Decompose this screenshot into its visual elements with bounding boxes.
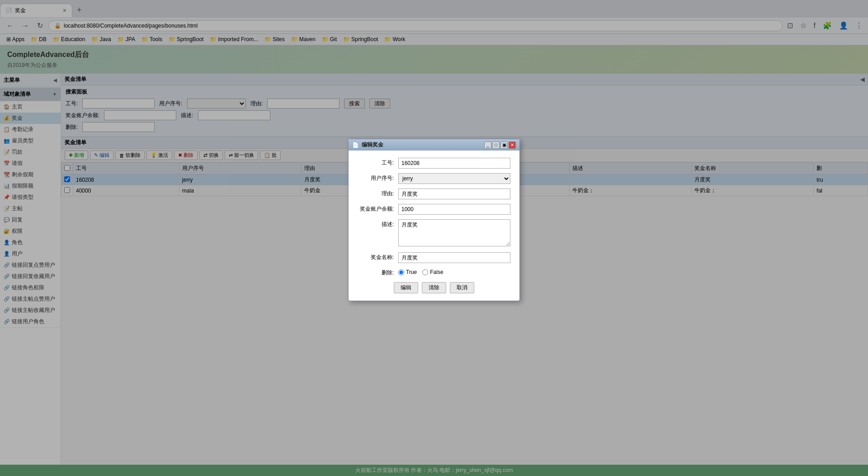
- modal-reason-label: 理由:: [358, 189, 394, 198]
- modal-title: 📄 编辑奖金: [352, 141, 383, 149]
- delete-false-text: False: [430, 269, 443, 275]
- modal-minimize-button[interactable]: _: [484, 141, 491, 149]
- modal-balance-field: [398, 204, 510, 215]
- modal-user-seq-select[interactable]: jerry mala: [398, 173, 510, 184]
- modal-gong-hao-label: 工号:: [358, 158, 394, 167]
- form-row-reason: 理由:: [358, 189, 510, 199]
- modal-title-text: 编辑奖金: [362, 141, 383, 149]
- edit-bonus-modal: 📄 编辑奖金 _ □ ▣ ✕ 工号: 用户序号: jerry: [348, 139, 520, 301]
- delete-false-radio[interactable]: [422, 269, 428, 275]
- modal-name-field: [398, 252, 510, 263]
- modal-overlay[interactable]: 📄 编辑奖金 _ □ ▣ ✕ 工号: 用户序号: jerry: [0, 0, 868, 476]
- modal-actions: 编辑 清除 取消: [358, 282, 510, 293]
- modal-reason-input[interactable]: [398, 189, 510, 199]
- modal-title-icon: 📄: [352, 142, 359, 148]
- modal-body: 工号: 用户序号: jerry mala 理由:: [349, 151, 519, 301]
- modal-edit-button[interactable]: 编辑: [394, 282, 418, 293]
- modal-desc-textarea[interactable]: 月度奖: [398, 219, 510, 246]
- modal-titlebar: 📄 编辑奖金 _ □ ▣ ✕: [349, 139, 519, 151]
- form-row-desc: 描述: 月度奖: [358, 219, 510, 248]
- modal-delete-label: 删除:: [358, 268, 394, 277]
- modal-balance-input[interactable]: [398, 204, 510, 215]
- modal-reason-field: [398, 189, 510, 199]
- modal-delete-field: True False: [398, 268, 510, 275]
- modal-balance-label: 奖金账户余额:: [358, 204, 394, 213]
- form-row-balance: 奖金账户余额:: [358, 204, 510, 215]
- modal-name-input[interactable]: [398, 252, 510, 263]
- modal-user-seq-field: jerry mala: [398, 173, 510, 184]
- modal-gong-hao-field: [398, 158, 510, 169]
- modal-restore-button[interactable]: ▣: [500, 141, 508, 149]
- form-row-gong-hao: 工号:: [358, 158, 510, 169]
- modal-close-button[interactable]: ✕: [509, 141, 516, 149]
- modal-desc-label: 描述:: [358, 219, 394, 228]
- modal-cancel-button[interactable]: 取消: [450, 282, 474, 293]
- modal-user-seq-label: 用户序号:: [358, 173, 394, 182]
- delete-true-text: True: [406, 269, 417, 275]
- delete-radio-group: True False: [398, 268, 510, 275]
- modal-gong-hao-input[interactable]: [398, 158, 510, 169]
- delete-true-radio[interactable]: [398, 269, 404, 275]
- form-row-user-seq: 用户序号: jerry mala: [358, 173, 510, 184]
- modal-controls: _ □ ▣ ✕: [484, 141, 516, 149]
- delete-true-radio-label[interactable]: True: [398, 269, 417, 275]
- modal-maximize-button[interactable]: □: [492, 141, 500, 149]
- modal-clear-button[interactable]: 清除: [422, 282, 446, 293]
- modal-name-label: 奖金名称:: [358, 252, 394, 261]
- delete-false-radio-label[interactable]: False: [422, 269, 443, 275]
- modal-desc-field: 月度奖: [398, 219, 510, 248]
- form-row-delete: 删除: True False: [358, 268, 510, 277]
- form-row-name: 奖金名称:: [358, 252, 510, 263]
